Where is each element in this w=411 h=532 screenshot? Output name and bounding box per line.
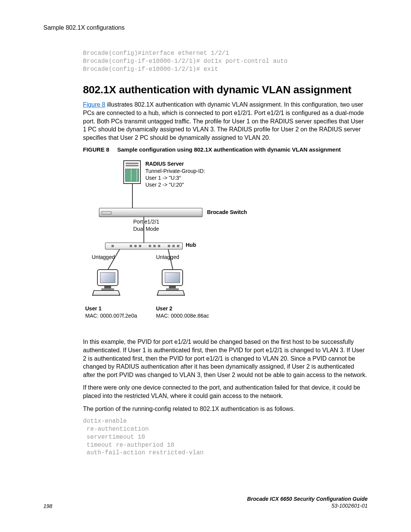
code-block-2: dot1x-enable re-authentication servertim… xyxy=(83,417,368,457)
switch-label: Brocade Switch xyxy=(207,209,247,215)
radius-line2: User 1 -> "U:3" xyxy=(145,174,205,181)
user1-caption: User 1 MAC: 0000.007f.2e0a xyxy=(85,305,137,319)
doc-identifier: Brocade ICX 6650 Security Configuration … xyxy=(247,495,368,509)
radius-title: RADIUS Server xyxy=(145,160,205,167)
section-heading: 802.1X authentication with dynamic VLAN … xyxy=(83,84,368,96)
intro-paragraph: Figure 8 illustrates 802.1X authenticati… xyxy=(83,101,368,142)
paragraph-4: The portion of the running-config relate… xyxy=(83,405,368,413)
figure-caption: Sample configuration using 802.1X authen… xyxy=(117,146,341,153)
untagged-label-2: Untagged xyxy=(156,254,179,260)
intro-text: illustrates 802.1X authentication with d… xyxy=(83,101,364,141)
radius-line3: User 2 -> "U:20" xyxy=(145,181,205,188)
page-footer: 198 Brocade ICX 6650 Security Configurat… xyxy=(43,495,368,509)
figure-number: FIGURE 8 xyxy=(83,146,110,153)
paragraph-3: If there were only one device connected … xyxy=(83,383,368,400)
port-label: Port e1/2/1 Dual Mode xyxy=(133,218,159,232)
user2-pc-icon xyxy=(159,269,186,291)
figure-link[interactable]: Figure 8 xyxy=(83,101,105,108)
hub-icon xyxy=(105,243,183,249)
radius-server-text: RADIUS Server Tunnel-Private-Group-ID: U… xyxy=(145,160,205,188)
running-header: Sample 802.1X configurations xyxy=(43,24,368,31)
hub-label: Hub xyxy=(186,242,196,248)
topology-diagram: RADIUS Server Tunnel-Private-Group-ID: U… xyxy=(83,157,319,332)
switch-icon xyxy=(99,208,202,217)
radius-line1: Tunnel-Private-Group-ID: xyxy=(145,168,205,174)
user2-caption: User 2 MAC: 0000.008e.86ac xyxy=(156,305,209,319)
radius-server-icon xyxy=(123,160,141,184)
paragraph-2: In this example, the PVID for port e1/2/… xyxy=(83,338,368,379)
untagged-label-1: Untagged xyxy=(92,254,115,260)
user1-pc-icon xyxy=(94,269,121,291)
code-block-1: Brocade(config)#interface ethernet 1/2/1… xyxy=(83,50,368,73)
page-number: 198 xyxy=(43,503,52,509)
